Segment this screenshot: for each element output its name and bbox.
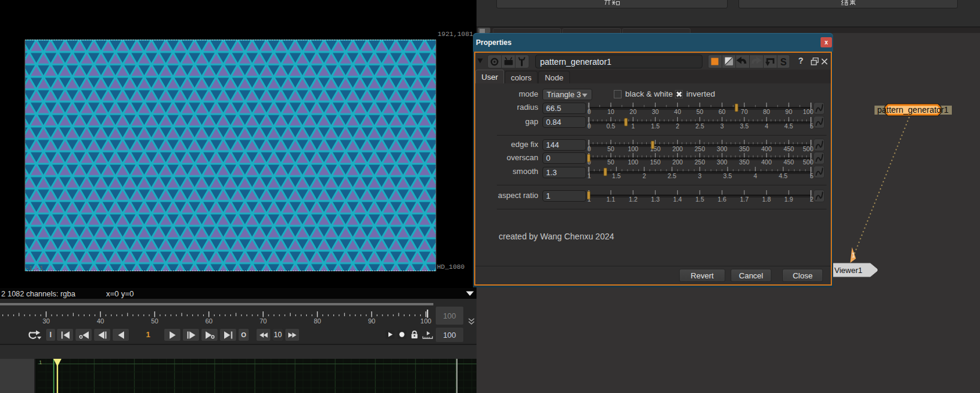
svg-text:0.5: 0.5	[607, 122, 616, 130]
svg-text:1.1: 1.1	[607, 196, 616, 203]
svg-text:pattern_generator1: pattern_generator1	[877, 105, 948, 115]
svg-text:70: 70	[260, 317, 267, 325]
svg-text:90: 90	[368, 317, 375, 325]
svg-text:1.9: 1.9	[785, 196, 794, 203]
svg-text:1.7: 1.7	[740, 196, 749, 203]
svg-text:1.8: 1.8	[762, 196, 771, 203]
svg-text:1.5: 1.5	[651, 122, 660, 130]
svg-text:Viewer1: Viewer1	[834, 266, 863, 275]
svg-text:60: 60	[205, 317, 212, 325]
svg-text:1.2: 1.2	[629, 196, 638, 203]
svg-text:1: 1	[631, 122, 635, 130]
svg-text:40: 40	[97, 317, 104, 325]
svg-text:3: 3	[720, 122, 724, 130]
svg-text:1.5: 1.5	[695, 196, 704, 203]
svg-text:80: 80	[313, 317, 321, 325]
svg-text:1.4: 1.4	[673, 196, 682, 203]
svg-text:100: 100	[420, 317, 431, 325]
svg-text:3.5: 3.5	[723, 172, 732, 179]
svg-text:?: ?	[798, 56, 804, 65]
svg-text:2: 2	[676, 122, 679, 130]
svg-text:1: 1	[852, 251, 855, 259]
svg-text:50: 50	[151, 317, 158, 325]
svg-text:2.5: 2.5	[668, 172, 677, 179]
svg-text:30: 30	[43, 317, 50, 325]
svg-text:1: 1	[39, 359, 42, 365]
svg-text:4: 4	[765, 122, 768, 130]
svg-text:1.5: 1.5	[612, 172, 621, 179]
svg-text:4: 4	[753, 172, 757, 179]
svg-text:3.5: 3.5	[740, 122, 749, 130]
svg-text:S: S	[780, 57, 787, 67]
svg-text:2: 2	[643, 172, 646, 179]
svg-text:4.5: 4.5	[785, 122, 794, 130]
svg-text:1: 1	[587, 172, 591, 179]
svg-text:1.3: 1.3	[651, 196, 660, 203]
svg-text:4.5: 4.5	[779, 172, 788, 179]
svg-text:3: 3	[698, 172, 702, 179]
svg-text:1.6: 1.6	[717, 196, 726, 203]
svg-text:2.5: 2.5	[695, 122, 704, 130]
svg-text:0: 0	[587, 122, 591, 130]
